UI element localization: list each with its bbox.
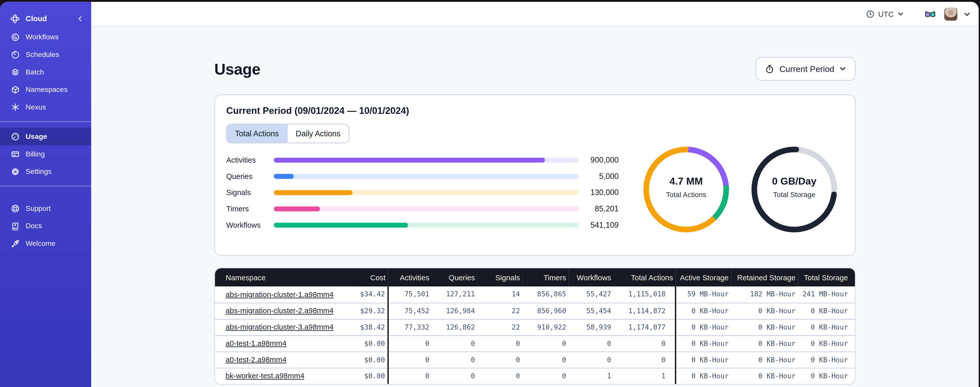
- table-header-row: Namespace Cost Activities Queries Signal…: [215, 268, 856, 286]
- stopwatch-icon: [765, 64, 775, 74]
- top-bar: UTC: [91, 2, 979, 27]
- workflows-icon: [10, 32, 20, 42]
- period-selector-label: Current Period: [780, 64, 834, 74]
- namespace-link[interactable]: bk-worker-test.a98mm4: [226, 372, 304, 381]
- namespaces-box-icon: [10, 85, 20, 94]
- sidebar-item-batch[interactable]: Batch: [0, 63, 91, 81]
- namespace-usage-table-card: Namespace Cost Activities Queries Signal…: [214, 268, 856, 385]
- glasses-icon[interactable]: [925, 10, 935, 18]
- tab-total-actions[interactable]: Total Actions: [227, 125, 287, 143]
- nexus-asterisk-icon: [10, 102, 20, 112]
- sidebar-item-settings[interactable]: Settings: [0, 163, 91, 180]
- table-row: abs-migration-cluster-3.a98mm4 $38.42 77…: [215, 319, 856, 336]
- bar-row-queries: Queries 5,000: [226, 168, 619, 185]
- col-workflows: Workflows: [569, 268, 614, 286]
- total-storage-caption: Total Storage: [749, 191, 840, 198]
- sidebar-divider: [0, 121, 91, 122]
- table-row: a0-test-2.a98mm4 $0.00 0 0 0 0 0 0 0 KB-…: [215, 352, 856, 368]
- sidebar-item-schedules[interactable]: Schedules: [0, 46, 91, 63]
- sidebar-header-cloud[interactable]: Cloud: [0, 10, 91, 28]
- total-actions-donut: 4.7 MM Total Actions: [641, 144, 732, 235]
- col-total-actions: Total Actions: [614, 268, 676, 286]
- table-row: abs-migration-cluster-2.a98mm4 $29.32 75…: [215, 303, 856, 319]
- sidebar: Cloud Workflows Schedules Batch: [0, 2, 91, 387]
- bar-row-activities: Activities 900,000: [226, 152, 619, 168]
- tab-daily-actions[interactable]: Daily Actions: [287, 125, 348, 143]
- app-window: Cloud Workflows Schedules Batch: [0, 2, 979, 387]
- sidebar-divider: [0, 186, 91, 186]
- chevron-down-icon: [839, 66, 846, 72]
- sidebar-item-usage[interactable]: Usage: [0, 128, 91, 145]
- sidebar-item-workflows[interactable]: Workflows: [0, 28, 91, 46]
- batch-layers-icon: [10, 67, 20, 77]
- sidebar-item-docs[interactable]: Docs: [0, 217, 91, 235]
- timezone-selector[interactable]: UTC: [867, 10, 904, 18]
- total-actions-value: 4.7 MM: [641, 176, 732, 187]
- bar-track: [274, 222, 579, 228]
- user-avatar[interactable]: [944, 7, 957, 21]
- namespace-link[interactable]: a0-test-1.a98mm4: [226, 339, 286, 348]
- current-period-card: Current Period (09/01/2024 — 10/01/2024)…: [214, 94, 856, 256]
- sidebar-item-billing[interactable]: Billing: [0, 145, 91, 163]
- col-total-storage: Total Storage: [798, 268, 856, 286]
- main-area: UTC Usage Current Period: [91, 2, 979, 387]
- page-title: Usage: [214, 60, 260, 78]
- col-activities: Activities: [388, 268, 432, 286]
- col-signals: Signals: [477, 268, 522, 286]
- col-timers: Timers: [522, 268, 569, 286]
- account-menu-chevron-icon[interactable]: [964, 11, 970, 17]
- sidebar-item-welcome[interactable]: Welcome: [0, 235, 91, 252]
- usage-gauge-icon: [10, 131, 20, 141]
- timezone-label: UTC: [878, 10, 894, 18]
- sidebar-item-support[interactable]: Support: [0, 200, 91, 217]
- total-storage-donut: 0 GB/Day Total Storage: [749, 144, 840, 235]
- clock-icon: [867, 10, 875, 18]
- card-title: Current Period (09/01/2024 — 10/01/2024): [226, 105, 844, 116]
- page-content: Usage Current Period Current Period (09/…: [91, 27, 979, 387]
- docs-book-icon: [10, 221, 20, 231]
- namespace-usage-table: Namespace Cost Activities Queries Signal…: [215, 268, 856, 384]
- namespace-link[interactable]: abs-migration-cluster-1.a98mm4: [226, 290, 333, 299]
- col-active-storage: Active Storage: [675, 268, 731, 286]
- chevron-down-icon: [897, 12, 904, 16]
- col-cost: Cost: [356, 268, 388, 286]
- actions-view-tabs: Total Actions Daily Actions: [226, 124, 349, 143]
- total-actions-caption: Total Actions: [641, 191, 732, 198]
- total-storage-value: 0 GB/Day: [749, 176, 840, 187]
- bar-row-workflows: Workflows 541,109: [226, 217, 619, 233]
- namespace-link[interactable]: abs-migration-cluster-3.a98mm4: [226, 323, 333, 331]
- table-row: abs-migration-cluster-1.a98mm4 $34.42 75…: [215, 286, 856, 303]
- sidebar-item-nexus[interactable]: Nexus: [0, 98, 91, 116]
- col-retained-storage: Retained Storage: [731, 268, 798, 286]
- col-namespace: Namespace: [215, 268, 356, 286]
- billing-card-icon: [10, 149, 20, 159]
- bar-track: [274, 206, 579, 212]
- bar-track: [274, 174, 579, 179]
- bar-row-timers: Timers 85,201: [226, 201, 619, 217]
- settings-gear-icon: [10, 166, 20, 176]
- sidebar-item-namespaces[interactable]: Namespaces: [0, 81, 91, 98]
- table-row: bk-worker-test.a98mm4 $0.00 0 0 0 0 1 1 …: [215, 368, 856, 384]
- bar-track: [274, 158, 579, 163]
- sidebar-header-label: Cloud: [25, 14, 47, 23]
- namespace-link[interactable]: abs-migration-cluster-2.a98mm4: [226, 307, 333, 315]
- bar-row-signals: Signals 130,000: [226, 185, 619, 201]
- bar-track: [274, 190, 579, 195]
- welcome-rocket-icon: [10, 238, 20, 248]
- collapse-sidebar-icon[interactable]: [75, 14, 85, 24]
- temporal-cloud-logo-icon: [10, 14, 20, 24]
- screen: Cloud Workflows Schedules Batch: [0, 0, 980, 387]
- namespace-link[interactable]: a0-test-2.a98mm4: [226, 355, 286, 364]
- period-selector-button[interactable]: Current Period: [756, 57, 856, 81]
- actions-bar-chart: Activities 900,000 Queries 5,000 Signals: [226, 152, 619, 233]
- schedules-icon: [10, 50, 20, 59]
- table-row: a0-test-1.a98mm4 $0.00 0 0 0 0 0 0 0 KB-…: [215, 335, 856, 352]
- col-queries: Queries: [432, 268, 477, 286]
- support-lifebuoy-icon: [10, 203, 20, 213]
